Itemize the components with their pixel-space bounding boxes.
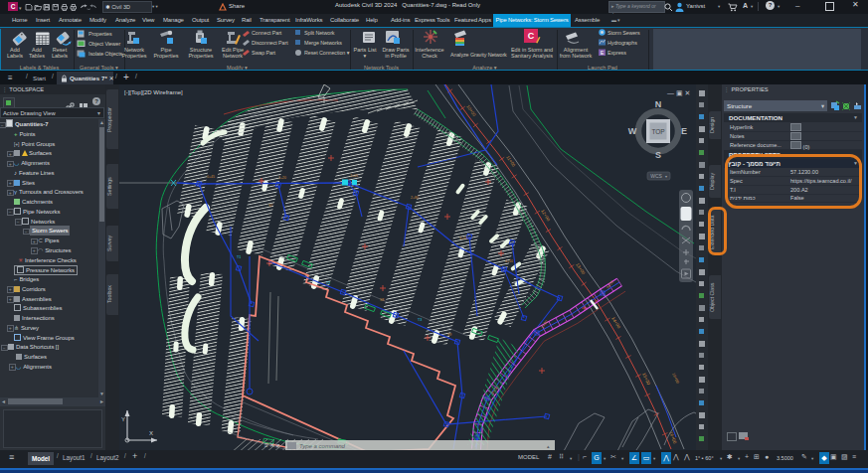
svg-text:WCS: WCS (650, 173, 662, 179)
svg-text:S2: S2 (268, 204, 272, 208)
svg-text:4+10: 4+10 (505, 259, 513, 263)
svg-text:X: X (149, 430, 153, 436)
svg-text:≡ ✕ ⌀: ≡ ✕ ⌀ (264, 442, 280, 448)
svg-text:Y: Y (121, 416, 125, 422)
svg-text:T3: T3 (418, 318, 422, 322)
svg-text:E: E (681, 126, 687, 136)
svg-text:W: W (628, 126, 637, 136)
svg-text:S8: S8 (380, 298, 384, 302)
svg-text:S9: S9 (447, 333, 451, 337)
svg-text:TOP: TOP (651, 128, 664, 135)
svg-text:1+20: 1+20 (278, 176, 286, 180)
svg-text:2+05: 2+05 (350, 174, 358, 178)
svg-text:[-][Top][2D Wireframe]: [-][Top][2D Wireframe] (124, 89, 183, 95)
svg-text:▾: ▾ (665, 174, 667, 179)
svg-text:T1: T1 (237, 255, 241, 259)
svg-text:3+55: 3+55 (459, 236, 467, 240)
svg-text:Type a command: Type a command (299, 443, 346, 449)
svg-text:E: E (601, 50, 605, 56)
svg-text:T2: T2 (326, 281, 330, 285)
svg-text:— ▣ ✕: — ▣ ✕ (667, 89, 690, 96)
svg-text:N: N (655, 99, 662, 109)
svg-text:S: S (655, 150, 661, 160)
svg-text:2+80: 2+80 (411, 196, 419, 200)
svg-text:C: C (528, 31, 535, 41)
svg-text:0+45: 0+45 (207, 175, 215, 179)
